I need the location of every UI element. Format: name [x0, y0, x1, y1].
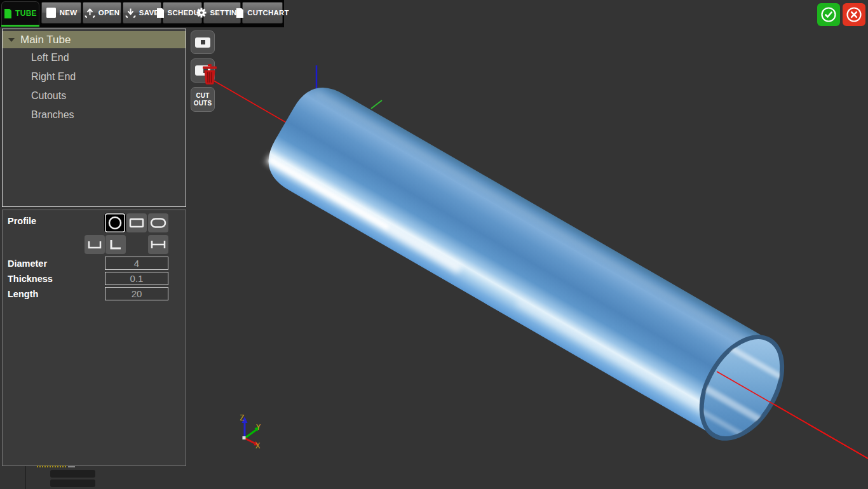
open-button-label: OPEN	[98, 9, 119, 17]
tube-body	[257, 76, 770, 436]
gear-icon	[196, 8, 207, 18]
segment-icon	[195, 37, 210, 48]
diameter-field[interactable]	[105, 257, 168, 270]
length-field[interactable]	[105, 287, 168, 300]
profile-oval-button[interactable]	[148, 213, 168, 232]
tree-item-left-end[interactable]: Left End	[3, 48, 186, 67]
model-tree-panel: Main Tube Left End Right End Cutouts Bra…	[2, 29, 186, 207]
tree-item-cutouts[interactable]: Cutouts	[3, 86, 186, 105]
profile-label: Profile	[8, 216, 36, 226]
x-circle-icon	[845, 6, 863, 23]
cropped-button	[50, 470, 95, 478]
caret-down-icon[interactable]	[8, 38, 15, 42]
cutouts-button-label-line1: CUT	[194, 92, 212, 99]
profile-channel-button[interactable]	[85, 235, 105, 254]
tab-tube[interactable]: TUBE	[1, 1, 39, 25]
schedule-file-icon	[156, 8, 165, 18]
thickness-label: Thickness	[8, 274, 53, 284]
profile-round-button[interactable]	[105, 213, 125, 232]
tree-item-label: Left End	[31, 52, 69, 64]
axis-label-y: Y	[256, 423, 261, 432]
angle-profile-icon	[107, 237, 124, 252]
tree-item-main-tube[interactable]: Main Tube	[3, 31, 186, 48]
y-axis-line	[371, 100, 382, 109]
profile-rectangle-button[interactable]	[126, 213, 147, 232]
tab-tube-label: TUBE	[15, 9, 37, 18]
cropped-divider	[25, 466, 26, 489]
tree-item-label: Branches	[31, 109, 74, 121]
tree-item-branches[interactable]: Branches	[3, 105, 186, 124]
profile-angle-button[interactable]	[105, 235, 126, 254]
flat-bar-profile-icon	[150, 237, 166, 252]
tree-item-right-end[interactable]: Right End	[3, 67, 186, 86]
thickness-field[interactable]	[105, 272, 168, 285]
length-label: Length	[8, 289, 38, 299]
axis-label-z: Z	[240, 413, 244, 422]
cropped-button	[50, 479, 95, 487]
open-button[interactable]: OPEN	[83, 2, 121, 23]
channel-profile-icon	[86, 237, 103, 252]
cutouts-button[interactable]: CUT OUTS	[191, 87, 215, 112]
cancel-button[interactable]	[843, 3, 865, 26]
cutouts-button-label-line2: OUTS	[194, 100, 212, 107]
rectangle-profile-icon	[128, 215, 145, 231]
new-button[interactable]: NEW	[41, 2, 81, 23]
check-circle-icon	[820, 6, 837, 23]
confirm-button[interactable]	[817, 3, 840, 26]
tube-file-icon	[4, 9, 12, 18]
trash-icon[interactable]	[201, 64, 218, 85]
diameter-label: Diameter	[8, 258, 47, 269]
tree-item-label: Cutouts	[31, 90, 66, 102]
main-toolbar: TUBE NEW OPEN SAVE	[0, 0, 284, 27]
axis-label-x: X	[255, 441, 261, 450]
cutchart-button[interactable]: CUTCHART	[242, 2, 283, 23]
open-upload-icon	[85, 8, 95, 18]
axis-triad: Z Y X	[240, 413, 261, 450]
cropped-tick-marks	[37, 466, 67, 467]
segment-button[interactable]	[191, 30, 215, 54]
round-profile-icon	[107, 215, 123, 231]
cropped-dash	[68, 466, 75, 467]
save-download-icon	[125, 8, 136, 18]
new-button-label: NEW	[60, 9, 77, 17]
tube-model[interactable]	[257, 76, 804, 456]
properties-panel: Profile Diameter Thickness Length	[2, 210, 186, 466]
oval-profile-icon	[150, 215, 166, 231]
tree-item-label: Right End	[31, 71, 76, 83]
profile-flat-bar-button[interactable]	[148, 235, 168, 254]
active-tab-underline	[1, 25, 39, 27]
tree-item-label: Main Tube	[20, 34, 71, 46]
new-file-icon	[46, 7, 57, 18]
cutchart-file-icon	[236, 8, 244, 18]
cutchart-button-label: CUTCHART	[247, 9, 288, 17]
settings-button[interactable]: SETTINGS	[203, 2, 241, 23]
